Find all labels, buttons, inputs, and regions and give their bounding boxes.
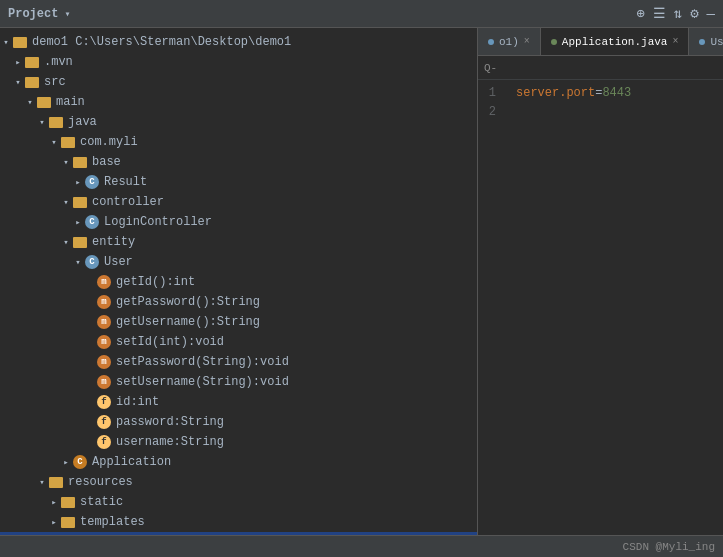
tree-item-base[interactable]: ▾base <box>0 152 477 172</box>
tree-item-demo1[interactable]: ▾demo1 C:\Users\Sterman\Desktop\demo1 <box>0 32 477 52</box>
tab-application[interactable]: Application.java × <box>541 28 690 55</box>
tree-icon-getUsername: m <box>96 314 112 330</box>
tree-item-entity[interactable]: ▾entity <box>0 232 477 252</box>
tree-label-entity: entity <box>92 235 135 249</box>
minimize-icon[interactable]: — <box>707 6 715 22</box>
tree-item-mvn[interactable]: ▸.mvn <box>0 52 477 72</box>
tree-label-demo1: demo1 C:\Users\Sterman\Desktop\demo1 <box>32 35 291 49</box>
tree-item-user[interactable]: ▾CUser <box>0 252 477 272</box>
tree-item-getUsername[interactable]: mgetUsername():String <box>0 312 477 332</box>
tree-item-java[interactable]: ▾java <box>0 112 477 132</box>
tree-arrow-controller: ▾ <box>60 197 72 208</box>
line-num-2: 2 <box>478 103 504 122</box>
tab-label-o1: o1) <box>499 36 519 48</box>
tree-label-templates: templates <box>80 515 145 529</box>
tree-label-resources: resources <box>68 475 133 489</box>
tree-item-application[interactable]: ▸CApplication <box>0 452 477 472</box>
tree-arrow-result: ▸ <box>72 177 84 188</box>
tree-item-static[interactable]: ▸static <box>0 492 477 512</box>
list-icon[interactable]: ☰ <box>653 5 666 22</box>
tree-icon-java <box>48 114 64 130</box>
tab-close-application[interactable]: × <box>672 36 678 47</box>
tree-label-logincontroller: LoginController <box>104 215 212 229</box>
add-icon[interactable]: ⊕ <box>636 5 644 22</box>
tree-label-mvn: .mvn <box>44 55 73 69</box>
tree-label-getPassword: getPassword():String <box>116 295 260 309</box>
tree-label-field-username: username:String <box>116 435 224 449</box>
tree-arrow-templates: ▸ <box>48 517 60 528</box>
code-line-1: server.port=8443 <box>516 84 723 103</box>
tree-label-static: static <box>80 495 123 509</box>
tree-item-getPassword[interactable]: mgetPassword():String <box>0 292 477 312</box>
tree-icon-resources <box>48 474 64 490</box>
line-numbers: 1 2 <box>478 80 508 535</box>
tree-icon-templates <box>60 514 76 530</box>
tree-arrow-src: ▾ <box>12 77 24 88</box>
toolbar-arrow: ▾ <box>64 8 70 20</box>
tree-icon-setPassword: m <box>96 354 112 370</box>
status-bar: CSDN @Myli_ing <box>0 535 723 557</box>
tree-label-getUsername: getUsername():String <box>116 315 260 329</box>
tree-icon-com.myli <box>60 134 76 150</box>
tree-label-result: Result <box>104 175 147 189</box>
tab-dot-application <box>551 39 557 45</box>
tree-arrow-java: ▾ <box>36 117 48 128</box>
tree-icon-result: C <box>84 174 100 190</box>
tree-icon-setId: m <box>96 334 112 350</box>
settings-icon[interactable]: ⚙ <box>690 5 698 22</box>
tree-item-setUsername[interactable]: msetUsername(String):void <box>0 372 477 392</box>
toolbar-title: Project <box>8 7 58 21</box>
tree-item-resources[interactable]: ▾resources <box>0 472 477 492</box>
tree-label-src: src <box>44 75 66 89</box>
tree-arrow-main: ▾ <box>24 97 36 108</box>
tree-label-setUsername: setUsername(String):void <box>116 375 289 389</box>
tree-item-setId[interactable]: msetId(int):void <box>0 332 477 352</box>
tree-item-logincontroller[interactable]: ▸CLoginController <box>0 212 477 232</box>
tree-label-base: base <box>92 155 121 169</box>
tab-close-o1[interactable]: × <box>524 36 530 47</box>
tree-item-src[interactable]: ▾src <box>0 72 477 92</box>
tree-label-field-password: password:String <box>116 415 224 429</box>
tree-item-com.myli[interactable]: ▾com.myli <box>0 132 477 152</box>
tab-dot-user <box>699 39 705 45</box>
tree-label-java: java <box>68 115 97 129</box>
tree-label-setId: setId(int):void <box>116 335 224 349</box>
tab-o1[interactable]: o1) × <box>478 28 541 55</box>
tree-arrow-user: ▾ <box>72 257 84 268</box>
tree-icon-logincontroller: C <box>84 214 100 230</box>
tree-item-setPassword[interactable]: msetPassword(String):void <box>0 352 477 372</box>
tree-item-controller[interactable]: ▾controller <box>0 192 477 212</box>
tree-icon-src <box>24 74 40 90</box>
line-num-1: 1 <box>478 84 504 103</box>
tree-label-controller: controller <box>92 195 164 209</box>
tree-item-field-username[interactable]: fusername:String <box>0 432 477 452</box>
tree-icon-getId: m <box>96 274 112 290</box>
tree-icon-field-id: f <box>96 394 112 410</box>
tree-arrow-application: ▸ <box>60 457 72 468</box>
tab-bar: o1) × Application.java × User. <box>478 28 723 56</box>
sort-icon[interactable]: ⇅ <box>674 5 682 22</box>
tree-item-field-id[interactable]: fid:int <box>0 392 477 412</box>
tree-container: ▾demo1 C:\Users\Sterman\Desktop\demo1▸.m… <box>0 28 477 535</box>
code-area[interactable]: server.port=8443 <box>508 80 723 535</box>
tree-item-getId[interactable]: mgetId():int <box>0 272 477 292</box>
tree-label-user: User <box>104 255 133 269</box>
tree-item-main[interactable]: ▾main <box>0 92 477 112</box>
toolbar: Project ▾ ⊕ ☰ ⇅ ⚙ — <box>0 0 723 28</box>
tree-item-templates[interactable]: ▸templates <box>0 512 477 532</box>
tree-item-result[interactable]: ▸CResult <box>0 172 477 192</box>
tree-arrow-com.myli: ▾ <box>48 137 60 148</box>
tree-icon-controller <box>72 194 88 210</box>
tree-arrow-static: ▸ <box>48 497 60 508</box>
tree-icon-getPassword: m <box>96 294 112 310</box>
editor-search-bar: Q- <box>478 56 723 80</box>
tab-user[interactable]: User. <box>689 28 723 55</box>
tree-arrow-logincontroller: ▸ <box>72 217 84 228</box>
tree-arrow-base: ▾ <box>60 157 72 168</box>
tree-item-field-password[interactable]: fpassword:String <box>0 412 477 432</box>
search-icon: Q- <box>484 62 497 74</box>
tab-dot-o1 <box>488 39 494 45</box>
tree-label-application: Application <box>92 455 171 469</box>
tree-icon-static <box>60 494 76 510</box>
toolbar-icons: ⊕ ☰ ⇅ ⚙ — <box>636 5 715 22</box>
